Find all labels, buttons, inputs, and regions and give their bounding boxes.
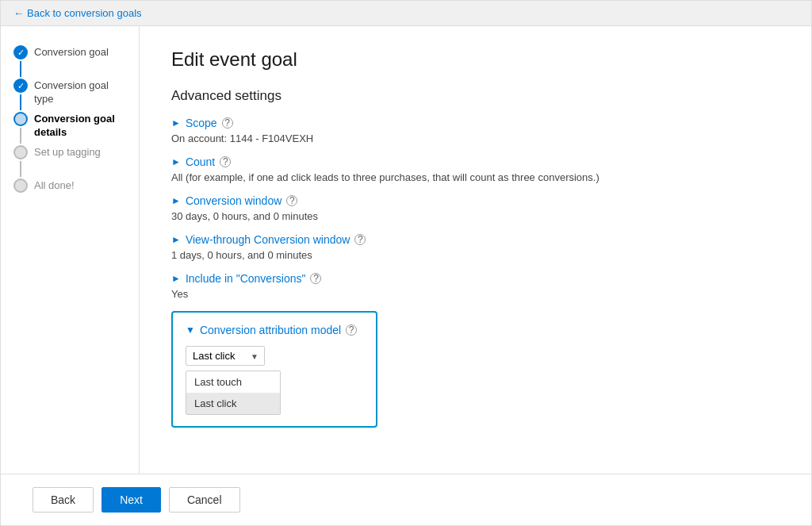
scope-section: ► Scope ? On account: 1144 - F104VEXH: [171, 117, 779, 144]
include-in-conversions-value: Yes: [171, 288, 779, 300]
back-button[interactable]: Back: [33, 487, 94, 513]
conversion-window-help-icon[interactable]: ?: [286, 195, 297, 206]
scope-value: On account: 1144 - F104VEXH: [171, 132, 779, 144]
attribution-model-header: ▼ Conversion attribution model ?: [186, 324, 363, 336]
include-in-conversions-label: Include in "Conversions": [186, 272, 306, 285]
page-wrapper: ← Back to conversion goals ✓ Conversion …: [0, 0, 812, 526]
sidebar-item-conversion-goal-type: ✓ Conversion goal type: [13, 79, 126, 112]
top-bar: ← Back to conversion goals: [1, 1, 811, 26]
attribution-model-help-icon[interactable]: ?: [346, 324, 357, 336]
main-content: Edit event goal Advanced settings ► Scop…: [140, 26, 811, 474]
step-circle-2: ✓: [13, 79, 28, 93]
sidebar-item-all-done: All done!: [13, 179, 126, 193]
step-connector-4: [13, 145, 28, 179]
back-to-conversion-goals-link[interactable]: ← Back to conversion goals: [13, 7, 799, 19]
step-label-3: Conversion goal details: [34, 112, 126, 140]
step-connector-5: [13, 179, 28, 193]
step-circle-5: [13, 179, 28, 193]
step-line-4: [20, 161, 21, 177]
back-arrow-icon: ←: [13, 7, 24, 19]
count-value: All (for example, if one ad click leads …: [171, 171, 779, 183]
conversion-window-row[interactable]: ► Conversion window ?: [171, 194, 779, 207]
back-link-label: Back to conversion goals: [27, 7, 142, 19]
step-line-2: [20, 94, 21, 110]
attribution-model-dropdown[interactable]: Last touch Last click ▼: [186, 346, 265, 366]
conversion-window-value: 30 days, 0 hours, and 0 minutes: [171, 210, 779, 222]
step-connector-2: ✓: [13, 79, 28, 112]
scope-label: Scope: [186, 117, 217, 129]
step-label-4: Set up tagging: [34, 145, 101, 159]
step-line-1: [20, 61, 21, 77]
sidebar: ✓ Conversion goal ✓ Conversion goal type: [1, 26, 140, 474]
attribution-model-box: ▼ Conversion attribution model ? Last to…: [171, 311, 377, 428]
conversion-window-chevron-icon: ►: [171, 195, 181, 206]
step-line-3: [20, 128, 21, 144]
scope-chevron-icon: ►: [171, 117, 181, 129]
attribution-model-label: Conversion attribution model: [200, 324, 341, 336]
attribution-model-section: ▼ Conversion attribution model ? Last to…: [171, 311, 779, 428]
sidebar-item-set-up-tagging: Set up tagging: [13, 145, 126, 179]
include-in-conversions-section: ► Include in "Conversions" ? Yes: [171, 272, 779, 300]
view-through-window-value: 1 days, 0 hours, and 0 minutes: [171, 249, 779, 261]
attribution-model-chevron-icon: ▼: [186, 324, 195, 336]
scope-row[interactable]: ► Scope ?: [171, 117, 779, 129]
attribution-model-select[interactable]: Last touch Last click: [186, 346, 265, 366]
attribution-model-row[interactable]: ▼ Conversion attribution model ?: [186, 324, 357, 336]
content-area: ✓ Conversion goal ✓ Conversion goal type: [1, 26, 811, 474]
count-label: Count: [186, 155, 215, 168]
count-section: ► Count ? All (for example, if one ad cl…: [171, 155, 779, 183]
step-circle-4: [13, 145, 28, 159]
conversion-window-section: ► Conversion window ? 30 days, 0 hours, …: [171, 194, 779, 222]
conversion-window-label: Conversion window: [186, 194, 282, 207]
dropdown-option-last-touch[interactable]: Last touch: [186, 371, 280, 393]
include-in-conversions-help-icon[interactable]: ?: [310, 273, 321, 284]
advanced-settings-title: Advanced settings: [171, 88, 779, 104]
dropdown-option-last-click[interactable]: Last click: [186, 393, 280, 414]
step-label-5: All done!: [34, 179, 75, 193]
sidebar-item-conversion-goal: ✓ Conversion goal: [13, 45, 126, 79]
step-label-1: Conversion goal: [34, 45, 109, 60]
view-through-window-row[interactable]: ► View-through Conversion window ?: [171, 233, 779, 246]
scope-help-icon[interactable]: ?: [222, 117, 233, 129]
view-through-window-chevron-icon: ►: [171, 234, 181, 245]
include-in-conversions-row[interactable]: ► Include in "Conversions" ?: [171, 272, 779, 285]
view-through-window-help-icon[interactable]: ?: [354, 234, 366, 245]
step-circle-1: ✓: [13, 45, 28, 60]
view-through-window-label: View-through Conversion window: [186, 233, 350, 246]
include-in-conversions-chevron-icon: ►: [171, 273, 181, 284]
sidebar-item-conversion-goal-details: Conversion goal details: [13, 112, 126, 145]
step-circle-3: [13, 112, 28, 126]
page-title: Edit event goal: [171, 48, 779, 71]
count-help-icon[interactable]: ?: [220, 156, 231, 167]
view-through-window-section: ► View-through Conversion window ? 1 day…: [171, 233, 779, 261]
step-connector-1: ✓: [13, 45, 28, 79]
count-chevron-icon: ►: [171, 156, 181, 167]
step-connector-3: [13, 112, 28, 145]
cancel-button[interactable]: Cancel: [169, 487, 240, 513]
attribution-model-dropdown-wrapper: Last touch Last click ▼: [186, 346, 363, 366]
count-row[interactable]: ► Count ?: [171, 155, 779, 168]
next-button[interactable]: Next: [102, 487, 161, 513]
attribution-dropdown-menu: Last touch Last click: [186, 371, 281, 415]
step-label-2: Conversion goal type: [34, 79, 126, 106]
footer-area: Back Next Cancel: [1, 474, 811, 525]
